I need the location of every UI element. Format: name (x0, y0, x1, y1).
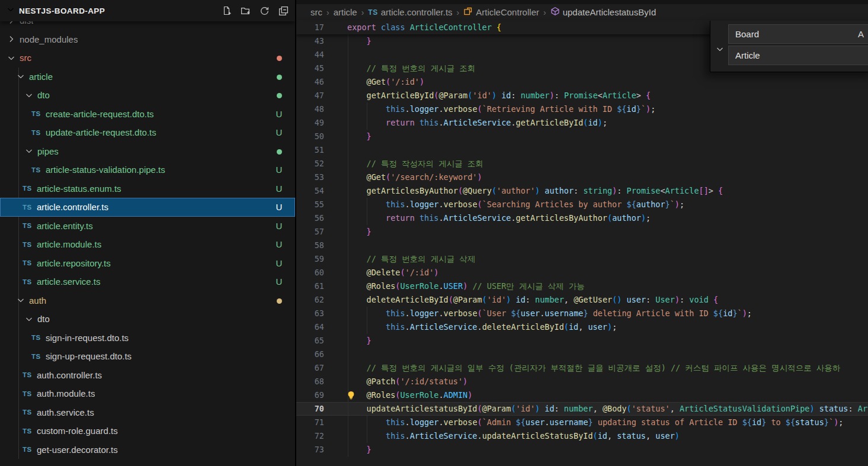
code-line-text: this.ArticleService.updateArticleStatusB… (347, 429, 680, 443)
breadcrumb-label: ArticleController (476, 7, 539, 17)
sidebar-file-sign-up-request-dto-ts[interactable]: TSsign-up-request.dto.ts (0, 347, 295, 366)
code-line-60[interactable]: 60 @Delete('/:id') (296, 266, 868, 279)
chevron-down-icon[interactable] (23, 314, 36, 324)
code-line-50[interactable]: 50 } (296, 130, 868, 143)
code-area[interactable]: 43 }4445 // 특정 번호의 게시글 조회46 @Get('/:id')… (296, 34, 868, 466)
sidebar-folder-dto[interactable]: dto (0, 86, 295, 105)
chevron-down-icon[interactable] (6, 5, 15, 17)
code-line-66[interactable]: 66 (296, 348, 868, 361)
chevron-down-icon[interactable] (14, 295, 27, 305)
new-file-icon[interactable] (221, 5, 232, 17)
sidebar-folder-article[interactable]: article (0, 68, 295, 86)
code-line-49[interactable]: 49 return this.ArticleService.getArticle… (296, 116, 868, 130)
code-line-73[interactable]: 73 } (296, 443, 868, 457)
new-folder-icon[interactable] (240, 5, 251, 17)
editor-pane[interactable]: src›article›TSarticle.controller.ts›Arti… (296, 0, 868, 466)
lightbulb-icon[interactable] (346, 390, 356, 400)
sidebar-folder-src[interactable]: src (0, 49, 295, 68)
sidebar-folder-node-modules[interactable]: node_modules (0, 30, 295, 49)
item-label: article.entity.ts (37, 221, 93, 231)
code-line-46[interactable]: 46 @Get('/:id') (296, 75, 868, 89)
chevron-down-icon[interactable] (715, 44, 725, 56)
code-line-text: } (347, 225, 371, 239)
code-line-61[interactable]: 61 @Roles(UserRole.USER) // USER만 게시글 삭제… (296, 279, 868, 293)
explorer-title: NESTJS-BOARD-APP (19, 7, 105, 15)
code-line-51[interactable]: 51 (296, 143, 868, 157)
code-line-71[interactable]: 71 this.logger.verbose(`Admin ${user.use… (296, 416, 868, 429)
sidebar-folder-auth[interactable]: auth (0, 291, 295, 310)
code-line-67[interactable]: 67 // 특정 번호의 게시글의 일부 수정 (관리자가 부적절한 글을 비공… (296, 361, 868, 375)
sidebar-folder-pipes[interactable]: pipes (0, 142, 295, 161)
sidebar-file-article-status-enum-ts[interactable]: TSarticle-status.enum.tsU (0, 179, 295, 198)
breadcrumb-separator: › (326, 8, 329, 17)
ts-file-icon: TS (23, 241, 35, 248)
code-line-70[interactable]: 70 updateArticlestatusById(@Param('id') … (296, 402, 868, 416)
sidebar-file-auth-module-ts[interactable]: TSauth.module.ts (0, 384, 295, 403)
sidebar-file-sign-in-request-dto-ts[interactable]: TSsign-in-request.dto.ts (0, 329, 295, 348)
item-label: pipes (37, 146, 59, 156)
sidebar-file-create-article-request-dto-ts[interactable]: TScreate-article-request.dto.tsU (0, 105, 295, 124)
code-line-56[interactable]: 56 return this.ArticleService.getArticle… (296, 211, 868, 225)
code-line-text: this.logger.verbose(`Searching Articles … (347, 198, 684, 211)
sidebar-file-update-article-request-dto-ts[interactable]: TSupdate-article-request.dto.tsU (0, 123, 295, 142)
code-line-57[interactable]: 57 } (296, 225, 868, 239)
sticky-line-code: export class ArticleController { (347, 20, 501, 34)
sidebar-file-custom-role-guard-ts[interactable]: TScustom-role.guard.ts (0, 422, 295, 441)
chevron-down-icon[interactable] (23, 91, 36, 100)
code-line-62[interactable]: 62 deleteArticleById(@Param('id') id: nu… (296, 293, 868, 307)
code-line-69[interactable]: 69 @Roles(UserRole.ADMIN) (296, 388, 868, 402)
ts-file-icon: TS (23, 185, 35, 192)
sidebar-file-article-service-ts[interactable]: TSarticle.service.tsU (0, 272, 295, 291)
code-line-text: getArticlesByAuthor(@Query('author') aut… (347, 184, 723, 198)
sidebar-file-article-module-ts[interactable]: TSarticle.module.tsU (0, 235, 295, 254)
code-line-48[interactable]: 48 this.logger.verbose(`Retrieving Artic… (296, 102, 868, 116)
sidebar-file-article-entity-ts[interactable]: TSarticle.entity.tsU (0, 217, 295, 236)
collapse-all-icon[interactable] (278, 5, 289, 17)
sidebar-file-article-repository-ts[interactable]: TSarticle.repository.tsU (0, 254, 295, 273)
line-number: 45 (296, 62, 324, 75)
ts-file-icon: TS (23, 390, 35, 397)
item-label: auth.service.ts (37, 407, 94, 417)
chevron-down-icon[interactable] (5, 53, 18, 63)
code-line-55[interactable]: 55 this.logger.verbose(`Searching Articl… (296, 198, 868, 211)
code-line-54[interactable]: 54 getArticlesByAuthor(@Query('author') … (296, 184, 868, 198)
chevron-right-icon[interactable] (5, 34, 18, 44)
code-line-58[interactable]: 58 (296, 239, 868, 252)
ts-file-icon: TS (368, 8, 377, 17)
sidebar-file-get-user-decorator-ts[interactable]: TSget-user.decorator.ts (0, 441, 295, 459)
code-line-text: this.logger.verbose(`User ${user.usernam… (347, 307, 752, 320)
sidebar-file-article-status-validation-pipe-ts[interactable]: TSarticle-status-validation.pipe.tsU (0, 160, 295, 179)
git-status-dot (273, 53, 286, 63)
item-label: src (20, 53, 31, 63)
breadcrumb-item-article[interactable]: article (334, 7, 357, 17)
chevron-down-icon[interactable] (23, 146, 36, 156)
breadcrumb-item-article-controller-ts[interactable]: TSarticle.controller.ts (368, 7, 452, 17)
code-line-68[interactable]: 68 @Patch('/:id/status') (296, 375, 868, 388)
line-number: 54 (296, 184, 324, 198)
breadcrumb-item-articlecontroller[interactable]: ArticleController (463, 7, 539, 18)
code-line-65[interactable]: 65 } (296, 334, 868, 348)
breadcrumb-item-updatearticlestatusbyid[interactable]: updateArticlestatusById (550, 7, 656, 18)
code-line-59[interactable]: 59 // 특정 번호의 게시글 삭제 (296, 252, 868, 266)
code-line-72[interactable]: 72 this.ArticleService.updateArticleStat… (296, 429, 868, 443)
code-line-63[interactable]: 63 this.logger.verbose(`User ${user.user… (296, 307, 868, 320)
code-line-52[interactable]: 52 // 특정 작성자의 게시글 조회 (296, 157, 868, 171)
popup-row-article[interactable]: Article (728, 46, 868, 65)
item-label: auth (29, 295, 46, 306)
popup-row-board[interactable]: BoardA (728, 24, 868, 44)
code-line-53[interactable]: 53 @Get('/search/:keyword') (296, 171, 868, 184)
sidebar-file-article-controller-ts[interactable]: TSarticle.controller.tsU (0, 198, 295, 217)
breadcrumb-item-src[interactable]: src (310, 7, 322, 17)
sidebar-file-auth-service-ts[interactable]: TSauth.service.ts (0, 403, 295, 422)
sidebar-file-auth-controller-ts[interactable]: TSauth.controller.ts (0, 366, 295, 385)
code-line-64[interactable]: 64 this.ArticleService.deleteArticleById… (296, 320, 868, 334)
sidebar-folder-dto[interactable]: dto (0, 310, 295, 329)
code-line-47[interactable]: 47 getArticleById(@Param('id') id: numbe… (296, 89, 868, 102)
refresh-icon[interactable] (259, 5, 270, 17)
ts-file-icon: TS (23, 371, 35, 378)
chevron-down-icon[interactable] (14, 72, 27, 81)
code-line-text: } (347, 334, 371, 348)
explorer-header[interactable]: NESTJS-BOARD-APP (0, 0, 295, 21)
code-line-text: @Delete('/:id') (347, 266, 438, 279)
line-number: 72 (296, 429, 324, 443)
